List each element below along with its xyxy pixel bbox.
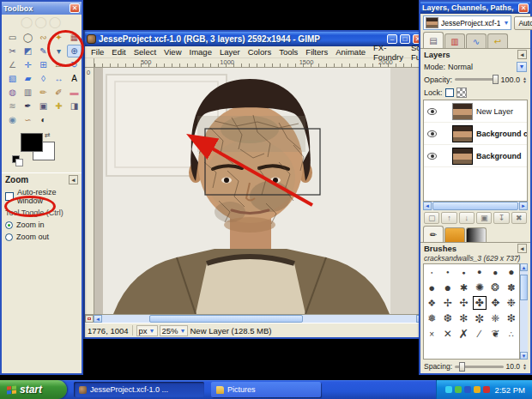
tool-paths[interactable]: ✎ [36,45,51,57]
foreground-color-swatch[interactable] [21,133,43,152]
tool-paintbrush[interactable]: ✐ [51,86,66,99]
anchor-layer-button[interactable]: ↧ [493,212,509,224]
tool-eraser[interactable]: ▬ [67,86,82,99]
brushes-menu-icon[interactable]: ◂ [517,244,527,253]
reset-colors-icon[interactable] [12,155,20,163]
tool-rectangle-select[interactable]: ▭ [5,31,20,44]
zoom-out-radio[interactable] [5,233,13,241]
patterns-tab[interactable] [444,227,465,242]
brush-cell[interactable]: ✣ [456,296,470,310]
brush-cell[interactable]: ● [505,265,518,279]
tool-ellipse-select[interactable]: ◯ [21,31,35,44]
unit-dropdown[interactable]: px▼ [136,325,158,336]
tool-color-picker[interactable]: ▾ [51,45,66,57]
scrollbar-thumb[interactable] [520,275,528,300]
toolbox-titlebar[interactable]: Toolbox ✕ [2,2,82,15]
brush-scrollbar[interactable]: ▲ ▼ [520,263,528,360]
tool-bucket-fill[interactable]: ◍ [5,86,20,99]
tool-shear[interactable]: ▰ [21,72,35,85]
tool-airbrush[interactable]: ≋ [5,100,20,112]
brush-cell[interactable]: ✱ [456,281,470,294]
brush-cell[interactable]: ✽ [505,281,518,294]
tool-free-select[interactable]: ∾ [36,31,51,44]
menu-animate[interactable]: Animate [332,47,369,57]
raise-layer-button[interactable]: ↑ [441,212,456,224]
menu-filters[interactable]: Filters [302,47,331,57]
lock-alpha-icon[interactable] [456,88,467,98]
start-button[interactable]: start [0,380,67,399]
quickmask-toggle[interactable] [85,315,94,323]
brush-cell[interactable]: ● [473,265,487,279]
paths-tab[interactable]: ∿ [466,33,487,48]
brush-cell[interactable]: ✢ [441,296,455,310]
menu-tools[interactable]: Tools [275,47,301,57]
auto-button[interactable]: Auto [514,16,532,30]
tool-blend[interactable]: ▥ [21,86,35,99]
brush-cell[interactable]: ✥ [488,296,502,310]
brush-cell[interactable]: ✼ [473,311,487,325]
brush-cell[interactable]: ✕ [441,327,455,341]
menu-colors[interactable]: Colors [245,47,275,57]
menu-image[interactable]: Image [186,47,215,57]
brush-cell[interactable]: ❇ [505,311,518,325]
menu-view[interactable]: View [160,47,184,57]
tool-zoom[interactable]: ⊕ [67,45,82,57]
channels-tab[interactable]: ▥ [444,33,465,48]
brush-cell[interactable]: ✗ [456,327,470,341]
tool-ink[interactable]: ✒ [21,100,35,112]
menu-file[interactable]: File [88,47,107,57]
dock-close-icon[interactable]: ✕ [518,3,529,13]
tool-scissors-select[interactable]: ✂ [5,45,20,57]
brush-cell[interactable]: ∕ [473,327,487,341]
menu-edit[interactable]: Edit [108,47,129,57]
brush-cell[interactable]: ✤ [473,296,487,310]
mode-dropdown-icon[interactable]: ▼ [517,62,527,72]
brush-cell[interactable]: ● [441,265,455,279]
brush-cell[interactable]: ∴ [505,327,518,341]
lock-checkbox[interactable] [445,88,454,97]
brush-cell[interactable]: ● [456,265,470,279]
brush-cell[interactable]: × [425,327,438,341]
opacity-slider[interactable] [455,78,499,81]
spacing-slider[interactable] [455,366,503,368]
brush-cell[interactable]: ● [488,265,502,279]
lower-layer-button[interactable]: ↓ [459,212,475,224]
brush-cell[interactable]: ❆ [441,311,455,325]
auto-resize-checkbox[interactable] [5,192,14,201]
spacing-spinner[interactable]: ▲▼ [523,363,527,370]
scrollbar-thumb[interactable] [149,315,302,323]
image-selector-dropdown[interactable]: JesseProject.xcf-1 ▼ [423,15,511,30]
dock-titlebar[interactable]: Layers, Channels, Paths, Undo - ✕ [420,2,530,14]
brush-cell[interactable]: ● [425,265,438,279]
brushes-tab[interactable]: ✏ [423,226,444,242]
tool-crop[interactable]: ▱ [51,58,66,71]
brush-cell[interactable]: ● [425,281,438,294]
brush-cell[interactable]: ❅ [425,311,438,325]
toolbox-close-icon[interactable]: ✕ [70,3,80,13]
layer-list-scrollbar[interactable]: ◄ ► [423,202,528,210]
gradients-tab[interactable] [466,227,487,242]
scroll-left-icon[interactable]: ◄ [423,202,432,210]
tool-text[interactable]: A [67,72,82,85]
zoom-in-radio[interactable] [5,221,13,229]
tool-fuzzy-select[interactable]: ✦ [51,31,66,44]
delete-layer-button[interactable]: ✖ [511,212,527,224]
canvas-horizontal-scrollbar[interactable]: ◄ ► [85,314,425,323]
brush-cell[interactable]: ✻ [456,311,470,325]
scrollbar-thumb[interactable] [432,202,518,210]
tool-heal[interactable]: ✚ [51,100,66,112]
scroll-up-icon[interactable]: ▲ [520,263,528,271]
layer-row-background[interactable]: Background [424,145,527,167]
tool-move[interactable]: ✛ [21,58,35,71]
taskbar-button-gimp[interactable]: JesseProject.xcf-1.0 ... [74,382,204,397]
zoom-dropdown[interactable]: 25%▼ [160,325,189,336]
scroll-right-icon[interactable]: ► [519,202,528,210]
layers-tab[interactable]: ▤ [423,32,444,48]
visibility-eye-icon[interactable] [427,130,437,137]
scroll-down-icon[interactable]: ▼ [520,352,528,360]
image-canvas[interactable] [94,68,425,314]
tool-select-by-color[interactable]: ▦ [67,31,82,44]
tool-rotate[interactable]: ↻ [67,58,82,71]
duplicate-layer-button[interactable]: ▣ [476,212,492,224]
taskbar-button-pictures[interactable]: Pictures [211,382,321,397]
